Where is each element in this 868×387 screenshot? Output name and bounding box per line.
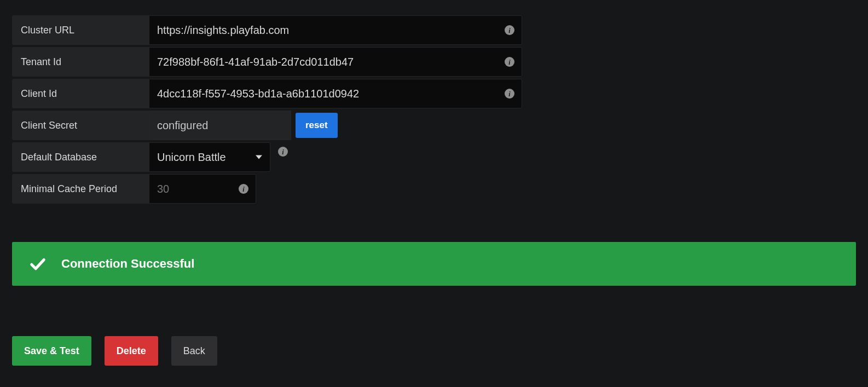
cluster-url-input[interactable] xyxy=(149,15,522,45)
label-default-database: Default Database xyxy=(12,142,149,172)
tenant-id-input[interactable] xyxy=(149,47,522,77)
svg-text:i: i xyxy=(508,27,511,34)
info-icon[interactable]: i xyxy=(278,147,288,157)
check-icon xyxy=(30,256,46,272)
row-client-id: Client Id i xyxy=(12,79,856,108)
svg-text:i: i xyxy=(282,148,284,156)
label-client-id: Client Id xyxy=(12,79,149,108)
label-min-cache: Minimal Cache Period xyxy=(12,174,149,204)
row-default-database: Default Database Unicorn Battle i xyxy=(12,142,856,172)
svg-text:i: i xyxy=(242,186,245,193)
client-secret-status: configured xyxy=(149,111,291,140)
save-test-button[interactable]: Save & Test xyxy=(12,336,91,366)
input-group-min-cache: i xyxy=(149,174,256,204)
label-tenant-id: Tenant Id xyxy=(12,47,149,77)
input-group-client-id: i xyxy=(149,79,522,108)
back-button[interactable]: Back xyxy=(171,336,217,366)
client-id-input[interactable] xyxy=(149,79,522,108)
label-client-secret: Client Secret xyxy=(12,111,149,140)
delete-button[interactable]: Delete xyxy=(105,336,158,366)
label-cluster-url: Cluster URL xyxy=(12,15,149,45)
reset-button[interactable]: reset xyxy=(296,113,338,138)
svg-text:i: i xyxy=(508,90,511,98)
info-icon[interactable]: i xyxy=(505,25,514,35)
row-min-cache: Minimal Cache Period i xyxy=(12,174,856,204)
caret-down-icon xyxy=(256,155,262,159)
svg-text:i: i xyxy=(508,59,511,66)
row-tenant-id: Tenant Id i xyxy=(12,47,856,77)
connection-alert: Connection Successful xyxy=(12,242,856,286)
default-database-select[interactable]: Unicorn Battle xyxy=(149,142,270,172)
row-cluster-url: Cluster URL i xyxy=(12,15,856,45)
alert-message: Connection Successful xyxy=(61,257,194,271)
info-icon[interactable]: i xyxy=(239,184,248,194)
input-group-cluster-url: i xyxy=(149,15,522,45)
info-icon[interactable]: i xyxy=(505,89,514,99)
info-icon[interactable]: i xyxy=(505,57,514,67)
action-buttons: Save & Test Delete Back xyxy=(12,336,856,366)
row-client-secret: Client Secret configured reset xyxy=(12,111,856,140)
default-database-selected: Unicorn Battle xyxy=(157,151,226,164)
input-group-tenant-id: i xyxy=(149,47,522,77)
